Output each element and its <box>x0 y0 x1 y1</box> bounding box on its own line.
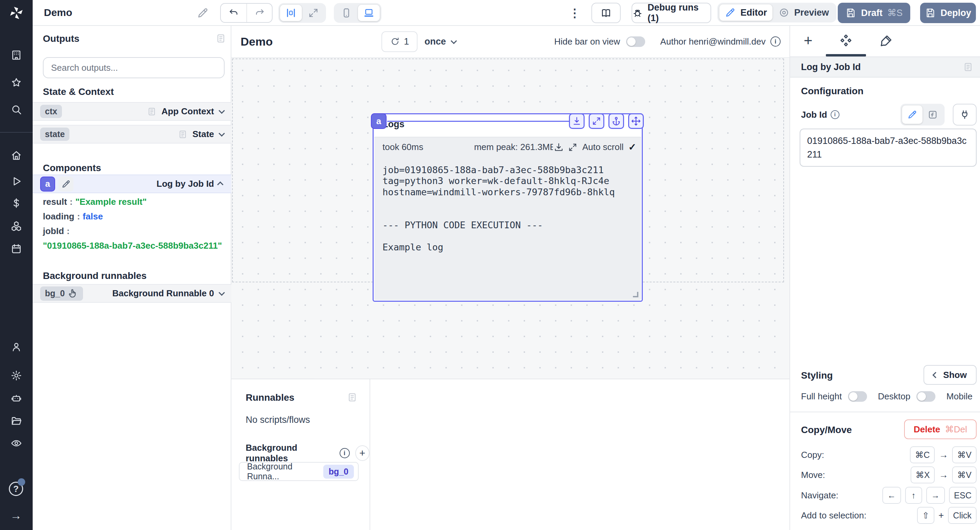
favorites-icon[interactable] <box>11 77 22 89</box>
info-icon[interactable]: i <box>830 110 840 119</box>
component-a-row[interactable]: a Log by Job Id <box>33 175 231 193</box>
resources-icon[interactable] <box>11 221 22 232</box>
info-icon[interactable]: i <box>770 36 781 47</box>
refresh-count-button[interactable]: 1 <box>382 31 417 52</box>
hide-bar-toggle[interactable] <box>626 36 645 47</box>
home-icon[interactable] <box>11 150 22 161</box>
chevron-down-icon <box>450 38 457 44</box>
deploy-button[interactable]: Deploy <box>920 3 976 23</box>
workspace-icon[interactable] <box>11 49 22 61</box>
plus-symbol: + <box>939 510 944 521</box>
bg-runnable-badge: bg_0 <box>323 465 354 479</box>
outputs-doc-icon[interactable] <box>216 33 226 44</box>
arrow-right-icon: → <box>939 470 948 480</box>
delete-component-button[interactable]: Delete ⌘Del <box>904 419 977 439</box>
app-canvas[interactable]: Logs took 60ms mem peak: 261.3MB Auto sc… <box>231 58 789 379</box>
expand-down-handle[interactable] <box>569 113 585 129</box>
ctx-key-badge: ctx <box>40 105 62 118</box>
undo-redo-group <box>220 3 272 23</box>
hand-pointer-icon <box>67 288 78 299</box>
help-notification-dot <box>18 478 25 486</box>
static-input-mode-button[interactable] <box>902 105 923 124</box>
styling-tab[interactable] <box>879 34 893 48</box>
autoscroll-label[interactable]: Auto scroll <box>582 142 624 152</box>
run-mode-dropdown[interactable]: once <box>424 36 455 47</box>
active-tab-underline <box>826 54 866 57</box>
desktop-view-button[interactable] <box>358 5 380 21</box>
docs-button[interactable] <box>592 3 620 23</box>
edit-component-id-button[interactable] <box>59 176 73 192</box>
user-icon[interactable] <box>11 341 22 353</box>
resize-handle[interactable] <box>633 292 638 297</box>
kbd-cmd-v: ⌘V <box>952 446 977 463</box>
editor-preview-toggle: Editor Preview <box>717 3 837 22</box>
job-id-input[interactable]: 01910865-188a-bab7-a3ec-588b9ba3c211 <box>800 129 977 167</box>
search-outputs-input[interactable] <box>43 57 224 78</box>
move-handle[interactable] <box>628 113 644 129</box>
rename-app-button[interactable] <box>197 7 209 19</box>
audit-logs-icon[interactable] <box>11 438 22 449</box>
expand-logs-icon[interactable] <box>568 143 578 152</box>
chevron-left-icon <box>932 372 939 378</box>
kbd-cmd-x: ⌘X <box>911 467 935 483</box>
configuration-title: Configuration <box>801 86 864 97</box>
ctx-row[interactable]: ctx App Context <box>33 102 231 121</box>
jobid-prop-value[interactable]: "01910865-188a-bab7-a3ec-588b9ba3c211" <box>43 238 222 253</box>
show-styling-button[interactable]: Show <box>924 365 977 385</box>
layout-toggle-group <box>278 3 326 23</box>
search-icon[interactable] <box>11 104 22 115</box>
anchor-handle[interactable] <box>608 113 624 129</box>
bg-runnable-item[interactable]: Background Runna... bg_0 <box>239 462 359 481</box>
fullscreen-handle[interactable] <box>589 113 605 129</box>
centered-layout-button[interactable] <box>280 5 302 21</box>
kbd-esc: ESC <box>949 487 977 504</box>
download-logs-icon[interactable] <box>554 142 564 152</box>
divider <box>790 412 980 412</box>
windmill-logo[interactable] <box>0 0 33 26</box>
folders-icon[interactable] <box>11 415 22 427</box>
editor-tab[interactable]: Editor <box>719 5 772 21</box>
input-mode-toggle <box>900 104 945 125</box>
job-id-setting-row: Job Id i <box>801 103 977 127</box>
redo-button[interactable] <box>247 4 272 22</box>
insert-component-tab[interactable]: + <box>804 34 817 48</box>
variables-icon[interactable] <box>11 197 22 209</box>
bg-runnable-row[interactable]: bg_0 Background Runnable 0 <box>33 284 231 303</box>
autoscroll-check-icon[interactable]: ✓ <box>628 141 636 153</box>
more-menu-button[interactable]: ⋮ <box>569 5 581 21</box>
workers-icon[interactable] <box>11 393 22 404</box>
schedules-icon[interactable] <box>11 243 22 254</box>
desktop-toggle[interactable] <box>916 391 935 402</box>
component-doc-icon[interactable] <box>963 62 973 72</box>
kbd-shift: ⇧ <box>917 507 934 524</box>
loading-prop[interactable]: loading:false <box>43 209 222 224</box>
expand-rail-icon[interactable]: → <box>10 509 22 522</box>
info-icon[interactable]: i <box>340 448 350 458</box>
result-prop[interactable]: result:"Example result" <box>43 195 222 209</box>
top-toolbar: Demo ⋮ Debug runs (1) Editor <box>33 0 980 26</box>
save-icon <box>845 8 856 18</box>
device-toggle-group <box>334 3 382 23</box>
expression-input-mode-button[interactable] <box>923 105 943 124</box>
debug-runs-button[interactable]: Debug runs (1) <box>632 3 711 23</box>
undo-button[interactable] <box>221 4 247 22</box>
component-settings-tab[interactable] <box>839 34 853 48</box>
connect-input-button[interactable] <box>953 104 977 125</box>
mobile-view-button[interactable] <box>336 5 357 21</box>
runnables-doc-icon[interactable] <box>347 392 357 402</box>
book-icon <box>601 8 611 18</box>
preview-tab[interactable]: Preview <box>773 5 834 21</box>
state-row[interactable]: state State <box>33 125 231 144</box>
components-title: Components <box>43 163 101 173</box>
logs-component[interactable]: Logs took 60ms mem peak: 261.3MB Auto sc… <box>372 113 643 302</box>
jobid-prop[interactable]: jobId: <box>43 224 222 238</box>
runs-icon[interactable] <box>11 176 22 187</box>
bottom-panel: Runnables No scripts/flows Background ru… <box>231 379 789 530</box>
add-bg-runnable-button[interactable]: + <box>355 445 370 461</box>
full-height-toggle[interactable] <box>848 391 867 402</box>
draft-button[interactable]: Draft ⌘S <box>838 3 910 23</box>
app-title: Demo <box>44 0 72 25</box>
move-shortcut-row: Move: ⌘X → ⌘V <box>801 467 977 483</box>
full-width-layout-button[interactable] <box>302 5 324 21</box>
settings-gear-icon[interactable] <box>11 370 22 381</box>
